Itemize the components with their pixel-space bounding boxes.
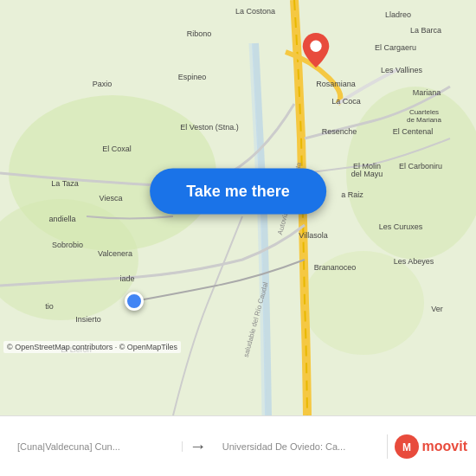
route-from: [Cuna|Valdecuna] Cun... bbox=[9, 441, 183, 452]
svg-text:Rosamiana: Rosamiana bbox=[316, 80, 356, 88]
svg-text:iade: iade bbox=[119, 274, 134, 283]
svg-text:Paxio: Paxio bbox=[93, 80, 113, 88]
svg-text:Mariana: Mariana bbox=[413, 88, 441, 97]
route-to-label: Universidad De Oviedo: Ca... bbox=[222, 441, 378, 452]
svg-text:La Coca: La Coca bbox=[331, 97, 361, 106]
svg-text:Resenche: Resenche bbox=[322, 127, 357, 136]
svg-text:Les Abeyes: Les Abeyes bbox=[394, 257, 434, 266]
destination-pin bbox=[302, 33, 330, 71]
svg-text:Cuarteles: Cuarteles bbox=[409, 108, 439, 116]
origin-pin bbox=[125, 292, 144, 311]
map-attribution: © OpenStreetMap contributors · © OpenMap… bbox=[3, 341, 181, 353]
svg-text:Insierto: Insierto bbox=[75, 315, 101, 324]
svg-text:Sobrobio: Sobrobio bbox=[52, 241, 83, 249]
svg-text:andiella: andiella bbox=[48, 215, 75, 223]
svg-text:Villasola: Villasola bbox=[299, 231, 327, 240]
moovit-brand-name: moovit bbox=[422, 439, 467, 454]
svg-text:tio: tio bbox=[45, 302, 54, 311]
route-to: Universidad De Oviedo: Ca... bbox=[214, 441, 387, 452]
svg-text:El Carboniru: El Carboniru bbox=[399, 162, 442, 170]
svg-text:El Centenal: El Centenal bbox=[393, 127, 434, 136]
svg-text:El Coxal: El Coxal bbox=[102, 145, 132, 153]
route-from-label: [Cuna|Valdecuna] Cun... bbox=[17, 441, 173, 452]
svg-text:del Mayu: del Mayu bbox=[351, 170, 383, 178]
svg-text:de Mariana: de Mariana bbox=[407, 116, 442, 124]
svg-text:Lladreo: Lladreo bbox=[385, 10, 411, 19]
moovit-logo: M moovit bbox=[387, 434, 467, 459]
svg-text:Espineo: Espineo bbox=[178, 73, 207, 81]
svg-text:Les Curuxes: Les Curuxes bbox=[379, 222, 423, 231]
svg-text:El Cargaeru: El Cargaeru bbox=[375, 43, 416, 52]
svg-text:El Veston (Stna.): El Veston (Stna.) bbox=[180, 123, 239, 132]
map-container: La Costona Lladreo La Barca Ribono El Ca… bbox=[0, 0, 476, 415]
svg-text:Ribono: Ribono bbox=[187, 29, 212, 38]
svg-text:Les Vallines: Les Vallines bbox=[381, 66, 422, 74]
svg-text:La Barca: La Barca bbox=[410, 26, 441, 35]
moovit-logo-icon: M bbox=[395, 434, 419, 459]
svg-text:M: M bbox=[402, 441, 411, 453]
svg-text:La Taza: La Taza bbox=[51, 179, 78, 188]
svg-text:La Costona: La Costona bbox=[235, 7, 275, 16]
svg-text:Viesca: Viesca bbox=[100, 194, 123, 203]
svg-text:Brananoceo: Brananoceo bbox=[314, 263, 357, 272]
svg-point-42 bbox=[310, 41, 321, 52]
bottom-navigation-bar: [Cuna|Valdecuna] Cun... → Universidad De… bbox=[0, 415, 476, 476]
svg-text:a Raiz: a Raiz bbox=[341, 190, 363, 199]
svg-text:Ver: Ver bbox=[431, 305, 443, 313]
route-arrow-icon: → bbox=[183, 436, 214, 456]
take-me-there-button[interactable]: Take me there bbox=[150, 168, 326, 214]
svg-text:Valcenera: Valcenera bbox=[98, 249, 132, 258]
